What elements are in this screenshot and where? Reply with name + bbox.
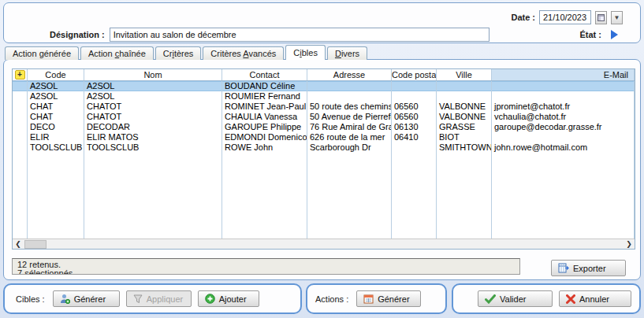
annuler-label: Annuler <box>579 294 609 304</box>
cell-ville <box>437 81 492 91</box>
cell-code: CHAT <box>28 112 84 122</box>
column-header-nom[interactable]: Nom <box>84 69 222 80</box>
appliquer-label: Appliquer <box>147 294 183 304</box>
ajouter-button[interactable]: Ajouter <box>198 290 259 307</box>
table-row[interactable]: DECODECODARGAROUPE Philippe76 Rue Amiral… <box>13 122 635 132</box>
table-body: A2SOLA2SOLBOUDAND CélineA2SOLA2SOLROUMIE… <box>13 81 635 238</box>
tab-cibles[interactable]: Cibles <box>285 45 326 60</box>
actions-group-label: Actions : <box>315 294 348 304</box>
cell-nom: TOOLSCLUB <box>84 142 222 153</box>
table-empty-area <box>13 153 635 238</box>
table-row[interactable]: CHATCHATOTROMINET Jean-Paul50 route des … <box>13 102 635 112</box>
column-header-contact[interactable]: Contact <box>222 69 307 80</box>
cell-e-mail <box>492 81 635 91</box>
scrollbar-thumb[interactable] <box>24 240 47 249</box>
row-gutter <box>13 153 28 238</box>
cell-contact: ROUMIER Fernand <box>222 91 307 102</box>
row-gutter <box>13 142 28 153</box>
ajouter-label: Ajouter <box>219 294 247 304</box>
column-header-code-postal[interactable]: Code postal <box>392 69 437 80</box>
tab-action-generee[interactable]: Action générée <box>5 46 79 60</box>
cell-adresse <box>307 91 392 102</box>
tab-label: haînée <box>119 49 146 58</box>
valider-button[interactable]: Valider <box>478 290 553 307</box>
cell-nom: A2SOL <box>84 91 222 102</box>
targets-table: + CodeNomContactAdresseCode postalVilleE… <box>12 68 635 250</box>
horizontal-scrollbar[interactable]: ❮ ❯ <box>13 238 635 249</box>
column-header-code[interactable]: Code <box>28 69 84 80</box>
actions-generer-button[interactable]: Générer <box>356 290 421 307</box>
cell-code: A2SOL <box>28 81 84 91</box>
cell-nom: ELIR MATOS <box>84 132 222 142</box>
table-row[interactable]: ELIRELIR MATOSEDMONDI Domenico626 route … <box>13 132 635 142</box>
scroll-right-arrow[interactable]: ❯ <box>624 239 635 249</box>
tab-label: Action <box>13 49 39 58</box>
export-button[interactable]: Exporter <box>551 260 626 276</box>
table-row[interactable]: TOOLSCLUBTOOLSCLUBROWE JohnScarborough D… <box>13 142 635 153</box>
cibles-tab-panel: + CodeNomContactAdresseCode postalVilleE… <box>3 59 641 280</box>
check-icon <box>485 294 496 304</box>
cell-contact: ROMINET Jean-Paul <box>222 102 307 112</box>
row-gutter <box>13 81 28 91</box>
tab-label: Cr <box>163 49 173 58</box>
cibles-generer-button[interactable]: Générer <box>53 290 120 307</box>
funnel-icon <box>133 294 143 304</box>
tab-action-chainee[interactable]: Action chaînée <box>80 46 154 60</box>
cell-code-postal <box>392 153 437 238</box>
row-gutter <box>13 112 28 122</box>
appliquer-button: Appliquer <box>126 290 192 307</box>
actions-generer-label: Générer <box>378 294 409 304</box>
cell-code-postal: 06560 <box>392 102 437 112</box>
tab-criteres[interactable]: Critères <box>155 46 202 60</box>
tab-divers[interactable]: Divers <box>327 46 367 60</box>
date-input[interactable] <box>539 10 591 24</box>
tab-strip: Action généréeAction chaînéeCritèresCrit… <box>5 46 369 60</box>
cell-ville <box>437 91 492 102</box>
cell-code: A2SOL <box>28 91 84 102</box>
row-gutter <box>13 91 28 102</box>
scroll-left-arrow[interactable]: ❮ <box>13 239 24 249</box>
status-line-retained: 12 retenus. <box>17 261 515 269</box>
cell-nom: CHATOT <box>84 102 222 112</box>
date-label: Date : <box>511 13 535 22</box>
cell-adresse: 50 Avenue de Pierrefeu <box>307 112 392 122</box>
column-header-ville[interactable]: Ville <box>437 69 492 80</box>
cell-code: TOOLSCLUB <box>28 142 84 153</box>
cell-code-postal: 06560 <box>392 112 437 122</box>
cell-e-mail <box>492 153 635 238</box>
table-row[interactable]: A2SOLA2SOLROUMIER Fernand <box>13 91 635 102</box>
cell-adresse: 76 Rue Amiral de Grasse <box>307 122 392 132</box>
cell-adresse: 50 route des chemins blan <box>307 102 392 112</box>
cell-code: ELIR <box>28 132 84 142</box>
annuler-button[interactable]: Annuler <box>559 290 631 307</box>
cell-nom: A2SOL <box>84 81 222 91</box>
plus-circle-icon <box>205 294 215 304</box>
calendar-icon[interactable] <box>595 11 607 24</box>
cell-nom: CHATOT <box>84 112 222 122</box>
column-header-adresse[interactable]: Adresse <box>307 69 392 80</box>
designation-input[interactable] <box>110 28 490 42</box>
cell-ville <box>437 153 492 238</box>
table-row[interactable]: A2SOLA2SOLBOUDAND Céline <box>13 81 635 91</box>
header-panel: Date : ▼ Désignation : État : <box>3 2 641 43</box>
person-add-icon <box>60 294 70 304</box>
cibles-generer-label: Générer <box>74 294 106 304</box>
cell-contact: ROWE John <box>222 142 307 153</box>
chevron-down-icon[interactable]: ▼ <box>611 11 623 24</box>
tab-label: Action <box>88 49 115 58</box>
tab-label: Critères <box>210 49 243 58</box>
cell-ville: BIOT <box>437 132 492 142</box>
cross-icon <box>566 294 575 304</box>
column-header-e-mail[interactable]: E-Mail <box>492 69 635 80</box>
table-row[interactable]: CHATCHATOTCHAULIA Vanessa50 Avenue de Pi… <box>13 112 635 122</box>
cell-ville: GRASSE <box>437 122 492 132</box>
calendar-glyph <box>597 14 605 21</box>
row-gutter <box>13 122 28 132</box>
cell-ville: VALBONNE <box>437 112 492 122</box>
etat-label: État : <box>580 30 602 39</box>
cell-e-mail: vchaulia@chatot.fr <box>492 112 635 122</box>
tab-label: vancés <box>248 49 276 58</box>
play-icon[interactable] <box>611 30 618 39</box>
tab-criteres-avances[interactable]: Critères Avancés <box>203 46 284 60</box>
add-column-button[interactable]: + <box>13 69 28 80</box>
